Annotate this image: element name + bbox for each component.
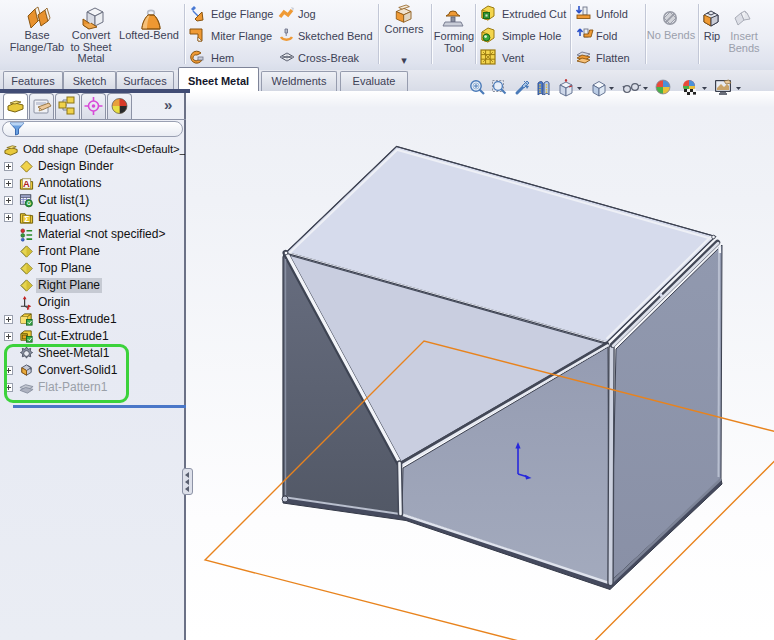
svg-text:♻: ♻ (27, 200, 32, 206)
svg-text:Σ: Σ (24, 214, 29, 224)
svg-text:A: A (23, 179, 30, 189)
